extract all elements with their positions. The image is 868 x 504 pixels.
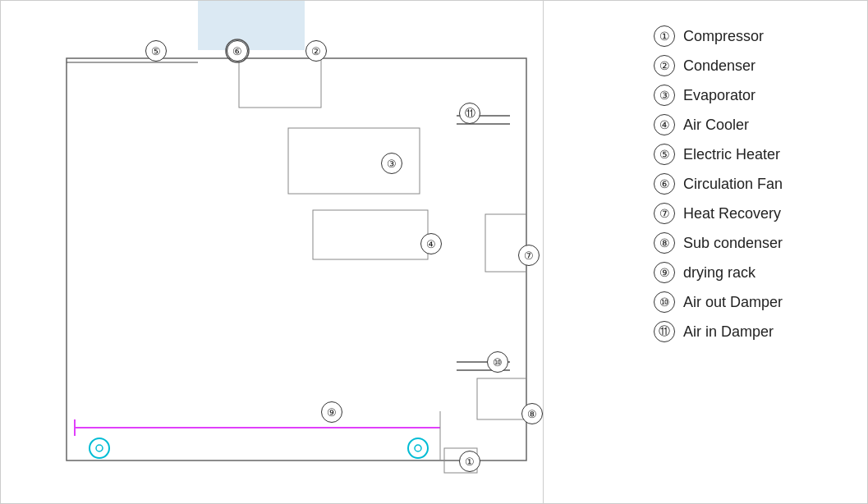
legend-num-1: ① <box>654 25 675 47</box>
svg-point-9 <box>408 438 428 458</box>
legend-num-2: ② <box>654 55 675 76</box>
svg-point-8 <box>96 445 103 451</box>
legend-label-3: Evaporator <box>683 87 755 104</box>
diagram-num8: ⑧ <box>521 403 543 424</box>
legend-label-1: Compressor <box>683 28 764 45</box>
diagram-num9: ⑨ <box>321 401 342 423</box>
svg-rect-2 <box>239 58 321 108</box>
legend-item-4: ④ Air Cooler <box>654 114 851 135</box>
diagram-num7: ⑦ <box>518 245 540 266</box>
diagram-num11: ⑪ <box>459 103 480 124</box>
diagram-num4: ④ <box>420 233 442 254</box>
legend-item-10: ⑩ Air out Damper <box>654 291 851 313</box>
legend-num-8: ⑧ <box>654 232 675 254</box>
legend-label-7: Heat Recovery <box>683 205 781 222</box>
legend-item-6: ⑥ Circulation Fan <box>654 173 851 195</box>
diagram-num5: ⑤ <box>145 40 167 62</box>
legend-label-4: Air Cooler <box>683 117 749 134</box>
legend-item-9: ⑨ drying rack <box>654 262 851 283</box>
legend-label-8: Sub condenser <box>683 235 783 252</box>
legend-item-3: ③ Evaporator <box>654 85 851 106</box>
diagram-svg <box>1 1 543 504</box>
legend-num-5: ⑤ <box>654 144 675 165</box>
svg-point-10 <box>415 445 421 451</box>
legend-num-6: ⑥ <box>654 173 675 195</box>
legend-label-9: drying rack <box>683 264 755 282</box>
legend-item-1: ① Compressor <box>654 25 851 47</box>
legend-num-7: ⑦ <box>654 203 675 224</box>
legend-label-11: Air in Damper <box>683 323 774 341</box>
legend-num-3: ③ <box>654 85 675 106</box>
legend-num-4: ④ <box>654 114 675 135</box>
diagram-num10: ⑩ <box>487 351 508 373</box>
legend-item-8: ⑧ Sub condenser <box>654 232 851 254</box>
legend-label-6: Circulation Fan <box>683 176 783 193</box>
legend-label-10: Air out Damper <box>683 294 783 311</box>
diagram-num3: ③ <box>381 153 402 174</box>
divider <box>543 1 544 504</box>
main-container: ①②③④⑤⑥⑦⑧⑨⑩⑪ ① Compressor ② Condenser ③ E… <box>0 0 868 504</box>
svg-rect-1 <box>67 58 526 460</box>
diagram-num1: ① <box>459 451 480 472</box>
svg-rect-16 <box>485 214 526 272</box>
legend: ① Compressor ② Condenser ③ Evaporator ④ … <box>654 25 851 351</box>
svg-point-7 <box>90 438 109 458</box>
svg-rect-0 <box>198 1 305 50</box>
legend-label-5: Electric Heater <box>683 146 780 163</box>
legend-label-2: Condenser <box>683 57 755 75</box>
legend-num-9: ⑨ <box>654 262 675 283</box>
legend-item-2: ② Condenser <box>654 55 851 76</box>
legend-item-7: ⑦ Heat Recovery <box>654 203 851 224</box>
legend-item-5: ⑤ Electric Heater <box>654 144 851 165</box>
legend-item-11: ⑪ Air in Damper <box>654 321 851 342</box>
diagram-num2: ② <box>305 40 327 62</box>
legend-num-10: ⑩ <box>654 291 675 313</box>
svg-rect-4 <box>313 210 428 259</box>
diagram-num6: ⑥ <box>227 40 248 62</box>
svg-rect-17 <box>477 378 526 419</box>
legend-num-11: ⑪ <box>654 321 675 342</box>
